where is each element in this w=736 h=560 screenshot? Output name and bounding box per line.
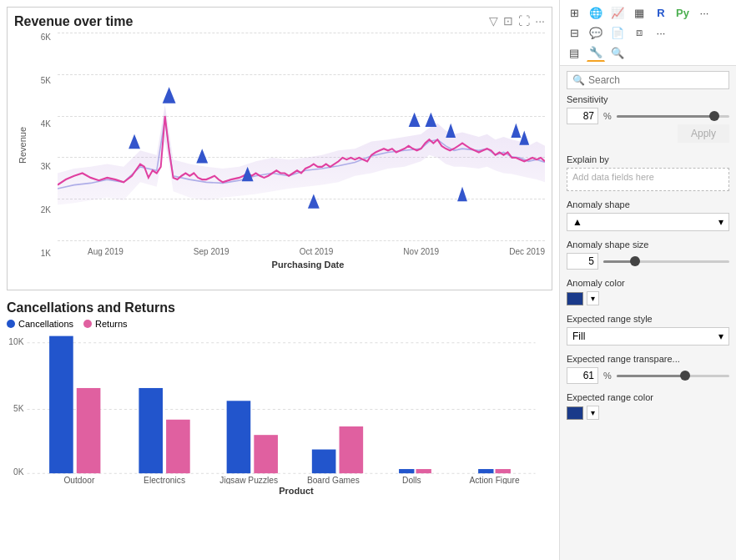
- anomaly-shape-setting: Anomaly shape ▲ ▾: [567, 199, 729, 231]
- svg-text:5K: 5K: [13, 404, 24, 413]
- focus-icon[interactable]: ⊡: [503, 14, 513, 28]
- toolbar-row-1: ⊞ 🌐 📈 ▦ R Py ···: [565, 3, 731, 22]
- anomaly-shape-size-label: Anomaly shape size: [567, 240, 729, 250]
- expected-range-transparency-value[interactable]: [567, 367, 598, 384]
- sensitivity-unit: %: [603, 111, 612, 121]
- search-icon: 🔍: [572, 74, 585, 86]
- line-chart-svg: [58, 33, 545, 241]
- y-tick: 3K: [28, 162, 54, 171]
- sensitivity-setting: Sensitivity % Apply: [567, 94, 729, 146]
- expected-range-color-dropdown[interactable]: ▾: [587, 406, 599, 420]
- explain-by-box[interactable]: Add data fields here: [567, 168, 729, 191]
- tb-table-icon[interactable]: ⊞: [565, 3, 583, 22]
- tb-doc-icon[interactable]: 📄: [608, 23, 627, 42]
- svg-text:Action Figure: Action Figure: [469, 476, 519, 484]
- expected-range-transparency-row: %: [567, 367, 729, 384]
- anomaly-shape-size-value[interactable]: [567, 253, 598, 270]
- anomaly-color-setting: Anomaly color ▾: [567, 278, 729, 305]
- x-label: Aug 2019: [88, 247, 124, 256]
- bar-electronics-cancellations: [139, 388, 163, 473]
- tb-grid2-icon[interactable]: ▤: [565, 43, 583, 62]
- bar-boardgames-cancellations: [312, 450, 336, 474]
- chart-body: 1K 2K 3K 4K 5K 6K: [28, 33, 545, 258]
- chart-plot: Aug 2019 Sep 2019 Oct 2019 Nov 2019 Dec …: [58, 33, 545, 241]
- bar-electronics-returns: [166, 420, 190, 473]
- expected-range-transparency-slider[interactable]: [617, 375, 729, 377]
- anomaly-marker: [308, 194, 320, 208]
- svg-text:10K: 10K: [8, 337, 23, 346]
- filter-icon[interactable]: ▽: [489, 14, 498, 28]
- expand-icon[interactable]: ⛶: [518, 14, 530, 28]
- y-ticks: 1K 2K 3K 4K 5K 6K: [28, 33, 54, 258]
- x-label: Sep 2019: [194, 247, 229, 256]
- anomaly-marker: [409, 113, 421, 127]
- svg-text:Outdoor: Outdoor: [63, 476, 94, 484]
- anomaly-shape-size-setting: Anomaly shape size: [567, 240, 729, 270]
- toolbar-top: ⊞ 🌐 📈 ▦ R Py ··· ⊟ 💬 📄 ⧈ ··· ▤ 🔧 🔍: [560, 0, 736, 66]
- revenue-chart: Revenue over time ▽ ⊡ ⛶ ··· Revenue 1K 2…: [7, 7, 552, 290]
- tb-table2-icon[interactable]: ⊟: [565, 23, 583, 42]
- chevron-down-icon: ▾: [718, 216, 723, 228]
- legend: Cancellations Returns: [7, 319, 552, 329]
- expected-range-transparency-setting: Expected range transpare... %: [567, 354, 729, 384]
- x-label: Oct 2019: [300, 247, 334, 256]
- anomaly-shape-value: ▲: [572, 216, 582, 228]
- tb-funnel-icon[interactable]: 🔧: [587, 43, 605, 62]
- legend-dot-cancellations: [7, 320, 15, 328]
- expected-range-style-value: Fill: [572, 330, 585, 342]
- tb-chat-icon[interactable]: 💬: [587, 23, 605, 42]
- bar-x-axis-title: Product: [40, 486, 552, 496]
- legend-label-cancellations: Cancellations: [18, 319, 73, 329]
- bar-dolls-cancellations: [399, 469, 414, 473]
- tb-globe-icon[interactable]: 🌐: [587, 3, 605, 22]
- y-tick: 1K: [28, 249, 54, 258]
- search-input[interactable]: [588, 74, 723, 86]
- tb-r-icon[interactable]: R: [652, 3, 670, 22]
- explain-by-setting: Explain by Add data fields here: [567, 154, 729, 191]
- cancellations-title: Cancellations and Returns: [7, 300, 552, 315]
- svg-text:Electronics: Electronics: [144, 476, 185, 484]
- expected-range-style-select[interactable]: Fill ▾: [567, 327, 729, 346]
- anomaly-color-dropdown[interactable]: ▾: [587, 291, 599, 305]
- y-tick: 5K: [28, 76, 54, 85]
- svg-text:Jigsaw Puzzles: Jigsaw Puzzles: [219, 476, 278, 484]
- tb-py-icon[interactable]: Py: [673, 3, 692, 22]
- sensitivity-label: Sensitivity: [567, 94, 729, 104]
- tb-search2-icon[interactable]: 🔍: [608, 43, 627, 62]
- anomaly-shape-size-slider[interactable]: [603, 260, 729, 263]
- legend-item-returns: Returns: [83, 319, 128, 329]
- sensitivity-input-row: %: [567, 108, 729, 124]
- tb-grid-icon[interactable]: ▦: [630, 3, 648, 22]
- expected-range-transparency-unit: %: [603, 371, 612, 381]
- expected-range-color-label: Expected range color: [567, 392, 729, 402]
- cancellations-section: Cancellations and Returns Cancellations …: [7, 300, 552, 553]
- anomaly-shape-select[interactable]: ▲ ▾: [567, 213, 729, 231]
- toolbar-row-2: ⊟ 💬 📄 ⧈ ···: [565, 23, 731, 42]
- bar-actionfigure-cancellations: [478, 469, 493, 473]
- tb-more2-icon[interactable]: ···: [652, 23, 670, 42]
- svg-text:Board Games: Board Games: [307, 476, 360, 484]
- legend-label-returns: Returns: [95, 319, 128, 329]
- expected-range-style-setting: Expected range style Fill ▾: [567, 314, 729, 346]
- anomaly-marker: [163, 87, 176, 103]
- tb-chart-icon[interactable]: 📈: [608, 3, 627, 22]
- explain-by-label: Explain by: [567, 154, 729, 164]
- anomaly-marker: [457, 187, 467, 201]
- sensitivity-value[interactable]: [567, 108, 598, 124]
- anomaly-marker: [129, 134, 140, 149]
- chevron-down-icon-2: ▾: [718, 330, 723, 342]
- tb-more1-icon[interactable]: ···: [695, 3, 713, 22]
- bar-jigsaw-returns: [254, 435, 278, 473]
- left-panel: Revenue over time ▽ ⊡ ⛶ ··· Revenue 1K 2…: [0, 0, 559, 560]
- sensitivity-slider[interactable]: [617, 115, 729, 118]
- search-box[interactable]: 🔍: [567, 71, 729, 89]
- svg-text:Dolls: Dolls: [402, 476, 421, 484]
- expected-range-style-label: Expected range style: [567, 314, 729, 324]
- tb-filter2-icon[interactable]: ⧈: [630, 23, 648, 42]
- apply-button[interactable]: Apply: [678, 124, 729, 143]
- x-axis-title: Purchasing Date: [71, 260, 545, 270]
- bar-boardgames-returns: [340, 426, 364, 473]
- legend-dot-returns: [83, 320, 92, 328]
- y-tick: 6K: [28, 33, 54, 42]
- more-icon[interactable]: ···: [535, 14, 545, 28]
